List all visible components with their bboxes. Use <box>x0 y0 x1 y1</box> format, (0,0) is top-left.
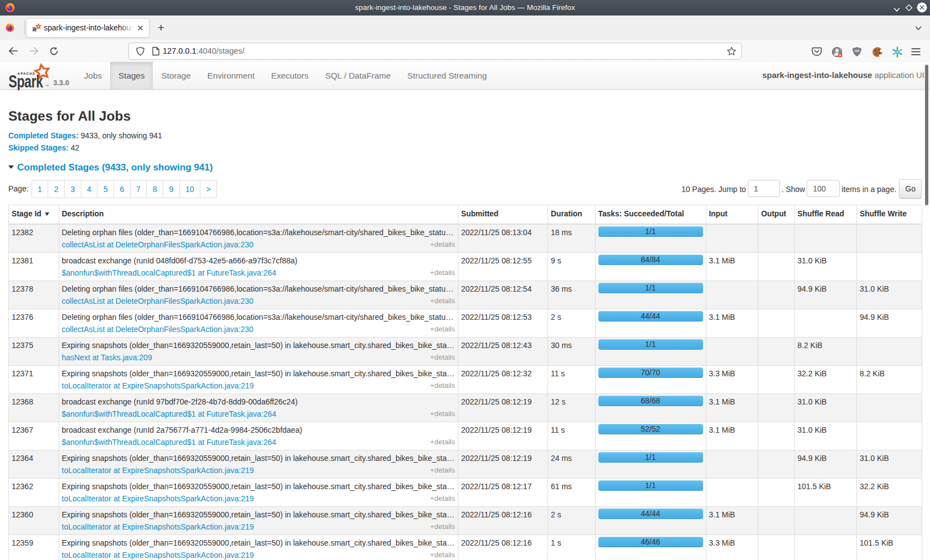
svg-text:Spark: Spark <box>8 72 43 90</box>
svg-text:TM: TM <box>45 84 49 87</box>
svg-text:UO: UO <box>855 49 860 53</box>
